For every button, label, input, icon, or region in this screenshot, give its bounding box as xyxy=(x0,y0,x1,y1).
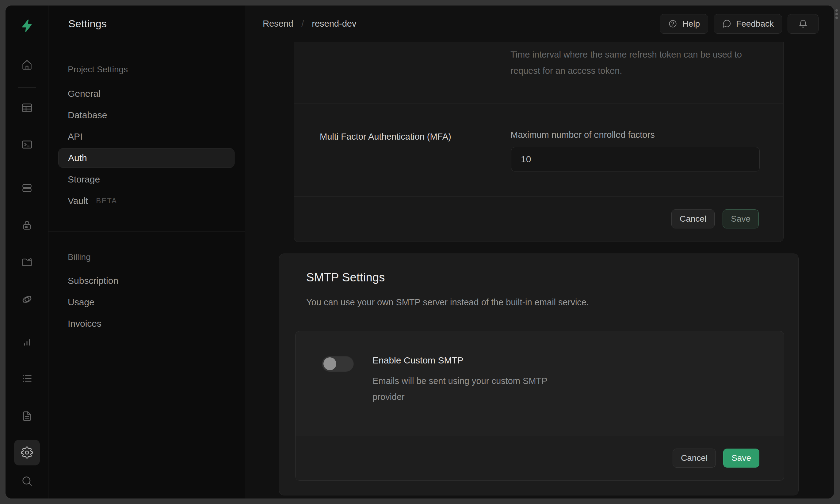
smtp-settings-card: SMTP Settings You can use your own SMTP … xyxy=(279,254,799,496)
frame-dot xyxy=(835,9,838,12)
nav-item-auth[interactable]: Auth xyxy=(58,148,235,168)
help-circle-icon xyxy=(668,19,678,29)
breadcrumb-separator: / xyxy=(301,19,304,29)
auth-card-footer: Cancel Save xyxy=(294,196,783,241)
settings-nav-panel: Settings Project Settings General Databa… xyxy=(48,5,245,499)
bell-icon xyxy=(798,19,808,29)
sidebar-item-table-editor[interactable] xyxy=(21,102,33,114)
lock-icon xyxy=(21,219,33,232)
refresh-token-help-text: Time interval where the same refresh tok… xyxy=(511,47,750,79)
icon-rail xyxy=(5,5,48,499)
header-actions: Help Feedback xyxy=(660,14,819,34)
desktop-frame: Settings Project Settings General Databa… xyxy=(0,0,840,504)
sidebar-item-edge-functions[interactable] xyxy=(21,293,33,306)
max-factors-label: Maximum number of enrolled factors xyxy=(511,130,655,140)
scroll-area[interactable]: Time interval where the same refresh tok… xyxy=(245,42,834,499)
nav-item-usage[interactable]: Usage xyxy=(58,292,235,312)
nav-item-invoices[interactable]: Invoices xyxy=(58,314,235,334)
sidebar-item-sql-editor[interactable] xyxy=(21,139,33,151)
sidebar-item-logs[interactable] xyxy=(21,372,33,384)
settings-nav-header: Settings xyxy=(48,5,245,42)
breadcrumb: Resend / resend-dev xyxy=(263,19,356,29)
list-icon xyxy=(21,372,33,384)
feedback-button-label: Feedback xyxy=(736,19,774,29)
beta-badge: BETA xyxy=(96,197,117,205)
nav-item-database[interactable]: Database xyxy=(58,105,235,125)
document-icon xyxy=(21,410,33,422)
home-icon xyxy=(21,59,33,71)
orbit-icon xyxy=(21,293,33,306)
smtp-card-description: You can use your own SMTP server instead… xyxy=(306,297,589,307)
nav-item-storage[interactable]: Storage xyxy=(58,169,235,189)
sidebar-item-home[interactable] xyxy=(21,59,33,71)
bar-chart-icon xyxy=(21,336,33,348)
save-button[interactable]: Save xyxy=(723,449,759,468)
auth-settings-card: Time interval where the same refresh tok… xyxy=(294,42,784,242)
sidebar-item-auth[interactable] xyxy=(21,219,33,232)
folder-icon xyxy=(21,256,33,268)
frame-dot xyxy=(835,17,838,19)
sidebar-item-search[interactable] xyxy=(21,475,33,487)
supabase-logo[interactable] xyxy=(20,18,34,33)
nav-item-general[interactable]: General xyxy=(58,84,235,104)
sidebar-item-reports[interactable] xyxy=(21,336,33,348)
notifications-button[interactable] xyxy=(788,14,819,34)
supabase-bolt-icon xyxy=(20,18,34,33)
mfa-section-label: Multi Factor Authentication (MFA) xyxy=(320,132,451,142)
help-button-label: Help xyxy=(682,19,700,29)
card-divider xyxy=(294,103,783,104)
breadcrumb-project[interactable]: resend-dev xyxy=(312,19,356,29)
chat-bubble-icon xyxy=(722,19,732,29)
enable-custom-smtp-label: Enable Custom SMTP xyxy=(373,355,464,365)
nav-section-heading: Billing xyxy=(68,252,91,262)
sidebar-item-storage[interactable] xyxy=(21,256,33,268)
top-bar: Resend / resend-dev Help xyxy=(245,5,834,42)
sidebar-item-docs[interactable] xyxy=(21,410,33,422)
enable-custom-smtp-help: Emails will be sent using your custom SM… xyxy=(373,373,556,405)
rail-divider xyxy=(18,87,36,88)
nav-section-heading: Project Settings xyxy=(68,65,128,74)
database-icon xyxy=(21,182,33,194)
rail-divider xyxy=(18,321,36,321)
smtp-form-panel: Enable Custom SMTP Emails will be sent u… xyxy=(295,331,784,481)
breadcrumb-org[interactable]: Resend xyxy=(263,19,293,29)
nav-item-subscription[interactable]: Subscription xyxy=(58,271,235,291)
help-button[interactable]: Help xyxy=(660,14,708,34)
app-window: Settings Project Settings General Databa… xyxy=(5,5,834,499)
table-icon xyxy=(21,102,33,114)
feedback-button[interactable]: Feedback xyxy=(714,14,782,34)
cancel-button[interactable]: Cancel xyxy=(673,449,716,468)
main-content: Resend / resend-dev Help xyxy=(245,5,834,499)
frame-dot xyxy=(835,13,838,15)
toggle-knob xyxy=(323,357,336,370)
smtp-card-title: SMTP Settings xyxy=(306,271,385,284)
sidebar-item-project-settings[interactable] xyxy=(21,447,33,459)
nav-item-vault[interactable]: Vault BETA xyxy=(58,191,235,211)
enable-custom-smtp-toggle[interactable] xyxy=(322,356,354,372)
smtp-card-footer: Cancel Save xyxy=(295,435,784,481)
cancel-button[interactable]: Cancel xyxy=(671,210,715,229)
gear-icon xyxy=(21,447,33,459)
nav-item-api[interactable]: API xyxy=(58,127,235,146)
sidebar-item-database[interactable] xyxy=(21,182,33,194)
rail-divider xyxy=(18,166,36,166)
terminal-icon xyxy=(21,139,33,151)
search-icon xyxy=(21,475,33,487)
save-button[interactable]: Save xyxy=(723,210,759,229)
page-title: Settings xyxy=(68,18,107,30)
max-factors-input[interactable] xyxy=(511,147,760,172)
